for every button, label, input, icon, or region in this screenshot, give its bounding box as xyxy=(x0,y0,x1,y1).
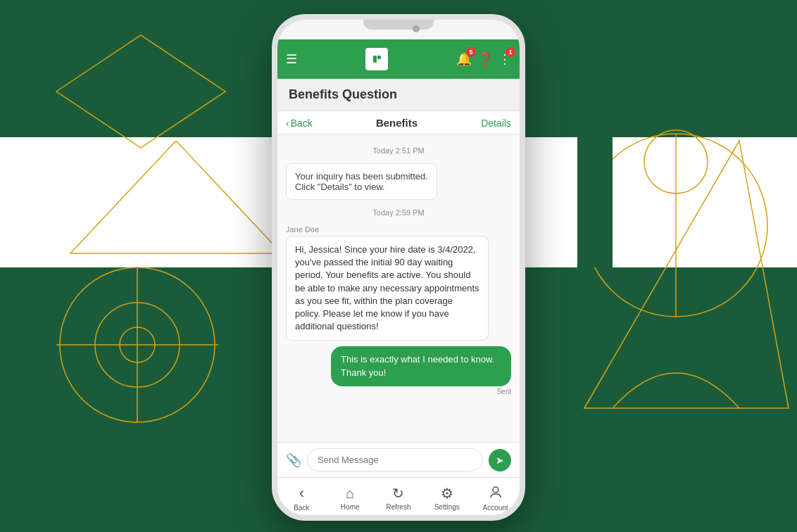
settings-icon: ⚙ xyxy=(441,485,453,502)
alert-wrapper[interactable]: ⋮ 1 xyxy=(498,51,511,67)
svg-point-5 xyxy=(120,327,155,362)
back-nav-icon: ‹ xyxy=(299,484,304,502)
received-message-1: Jane Doe Hi, Jessica! Since your hire da… xyxy=(286,225,511,341)
received-bubble-1: Hi, Jessica! Since your hire date is 3/4… xyxy=(286,236,489,341)
refresh-nav-label: Refresh xyxy=(386,503,410,511)
svg-point-8 xyxy=(584,134,767,317)
refresh-icon: ↻ xyxy=(392,485,404,502)
svg-point-4 xyxy=(95,303,180,387)
app-header: ☰ 🔔 5 ❓ xyxy=(277,39,520,79)
home-icon: ⌂ xyxy=(346,486,354,502)
settings-nav-label: Settings xyxy=(434,503,460,511)
app-logo xyxy=(365,48,388,70)
svg-marker-2 xyxy=(70,141,282,253)
phone-frame: ☰ 🔔 5 ❓ xyxy=(272,14,525,521)
bottom-nav: ‹ Back ⌂ Home ↻ Refresh ⚙ Settings xyxy=(277,477,520,515)
page-title: Benefits Question xyxy=(289,87,397,101)
bottom-nav-refresh[interactable]: ↻ Refresh xyxy=(382,485,415,511)
notification-badge: 5 xyxy=(466,47,476,57)
notification-bell-wrapper[interactable]: 🔔 5 xyxy=(456,51,472,67)
svg-rect-15 xyxy=(377,56,381,59)
alert-badge: 1 xyxy=(506,47,515,57)
sent-status: Sent xyxy=(496,388,511,395)
message-input-area: 📎 ➤ xyxy=(277,442,520,477)
sub-nav-row: ‹ Back Benefits Details xyxy=(277,111,520,135)
send-button[interactable]: ➤ xyxy=(489,449,511,471)
sent-message-1: This is exactly what I needed to know. T… xyxy=(286,346,511,395)
svg-point-16 xyxy=(493,487,498,493)
timestamp-1: Today 2:51 PM xyxy=(286,146,511,155)
chat-area: Today 2:51 PM Your inquiry has been subm… xyxy=(277,135,520,442)
hamburger-icon[interactable]: ☰ xyxy=(286,51,297,67)
svg-rect-14 xyxy=(373,56,377,63)
account-icon xyxy=(489,485,503,502)
sender-name: Jane Doe xyxy=(286,225,511,234)
page-title-area: Benefits Question xyxy=(277,79,520,111)
svg-point-3 xyxy=(60,267,215,422)
message-input[interactable] xyxy=(307,448,483,471)
message-icon: ❓ xyxy=(477,52,493,66)
timestamp-2: Today 2:59 PM xyxy=(286,208,511,217)
section-title: Benefits xyxy=(313,117,481,129)
svg-marker-10 xyxy=(584,141,789,408)
messages-wrapper[interactable]: ❓ xyxy=(477,51,493,67)
bottom-nav-back[interactable]: ‹ Back xyxy=(284,484,318,512)
home-nav-label: Home xyxy=(341,503,360,511)
phone-notch xyxy=(277,20,520,39)
header-logo-area xyxy=(303,48,451,70)
svg-rect-12 xyxy=(577,137,613,267)
bottom-nav-settings[interactable]: ⚙ Settings xyxy=(430,485,464,511)
account-nav-label: Account xyxy=(483,504,508,512)
back-nav-label: Back xyxy=(294,504,309,512)
chevron-left-icon: ‹ xyxy=(286,118,289,129)
bottom-nav-home[interactable]: ⌂ Home xyxy=(333,486,367,511)
svg-marker-1 xyxy=(56,35,225,148)
back-label: Back xyxy=(291,118,313,129)
attach-icon[interactable]: 📎 xyxy=(286,452,301,468)
svg-point-9 xyxy=(644,130,708,194)
header-icons: 🔔 5 ❓ ⋮ 1 xyxy=(456,51,511,67)
bottom-nav-account[interactable]: Account xyxy=(479,485,513,512)
send-icon: ➤ xyxy=(496,455,504,466)
back-link[interactable]: ‹ Back xyxy=(286,118,313,129)
details-link[interactable]: Details xyxy=(481,118,511,129)
system-message-1: Your inquiry has been submitted.Click "D… xyxy=(286,163,437,200)
sent-bubble-1: This is exactly what I needed to know. T… xyxy=(331,346,511,386)
